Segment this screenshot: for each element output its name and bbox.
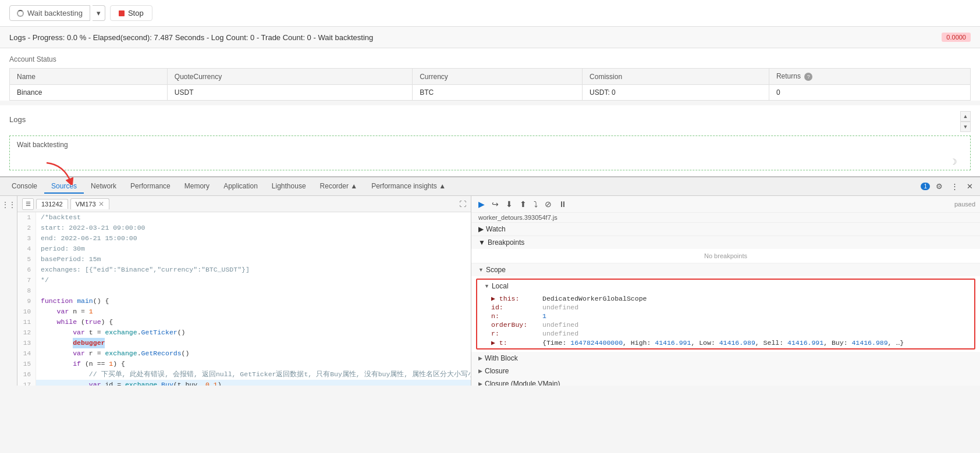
wait-dropdown-button[interactable]: ▾ (93, 5, 105, 21)
code-line-14: 14 var r = exchange.GetRecords() (17, 348, 471, 359)
tab-memory[interactable]: Memory (177, 180, 216, 194)
code-line-13: 13 debugger (17, 338, 471, 348)
wait-btn-label: Wait backtesting (27, 9, 83, 17)
code-line-1: 1 /*backtest (17, 212, 471, 223)
step-into-btn[interactable]: ⬇ (503, 198, 515, 210)
logs-title: Logs (9, 115, 26, 124)
breakpoints-arrow: ▼ (478, 238, 485, 247)
logs-section: Logs ▲ ▼ Wait backtesting ☽ (0, 105, 980, 176)
resume-btn[interactable]: ▶ (476, 198, 487, 210)
scope-main-header[interactable]: ▼ Scope (471, 263, 980, 276)
more-options-btn[interactable]: ⋮ (949, 181, 961, 192)
with-block-header[interactable]: ▶ With Block (471, 352, 980, 365)
file-tab-close-btn[interactable]: ✕ (98, 200, 104, 208)
step-btn[interactable]: ⤵ (531, 198, 540, 210)
deactivate-btn[interactable]: ⊘ (542, 198, 554, 210)
code-line-15: 15 if (n == 1) { (17, 359, 471, 369)
pause-on-exception-btn[interactable]: ⏸ (556, 198, 569, 210)
scroll-down-button[interactable]: ▼ (960, 122, 971, 132)
prop-id: id: undefined (477, 303, 974, 312)
col-returns: Returns ? (769, 69, 970, 85)
expand-icon[interactable]: ⛶ (459, 200, 466, 208)
col-comission: Comission (583, 69, 769, 85)
code-line-17: 17 var id = exchange.Buy(t.buy, 0.1) (17, 380, 471, 386)
stop-button[interactable]: Stop (110, 5, 152, 21)
stop-btn-label: Stop (128, 9, 144, 17)
scroll-controls: ▲ ▼ (960, 111, 971, 132)
closure-header[interactable]: ▶ Closure (471, 365, 980, 377)
devtools-left-panel: ⋮⋮ (0, 196, 17, 386)
local-label: Local (492, 282, 509, 290)
tab-console[interactable]: Console (5, 180, 44, 194)
code-line-10: 10 var n = 1 (17, 306, 471, 317)
prop-r: r: undefined (477, 329, 974, 338)
watch-section: ▶ Watch (471, 223, 980, 236)
tab-performance[interactable]: Performance (123, 180, 177, 194)
file-tab-131242[interactable]: 131242 (36, 199, 68, 209)
breakpoints-header[interactable]: ▼ Breakpoints (471, 236, 980, 249)
account-table: Name QuoteCurrency Currency Comission Re… (9, 68, 971, 101)
tab-lighthouse[interactable]: Lighthouse (265, 180, 313, 194)
no-breakpoints-text: No breakpoints (471, 249, 980, 263)
step-out-btn[interactable]: ⬆ (517, 198, 529, 210)
watch-header[interactable]: ▶ Watch (471, 223, 980, 236)
code-line-7: 7 */ (17, 275, 471, 286)
code-line-9: 9 function main() { (17, 296, 471, 306)
panel-side-icon1[interactable]: ⋮⋮ (2, 198, 15, 211)
with-block-label: With Block (485, 354, 518, 362)
file-tab-vm173[interactable]: VM173 ✕ (70, 198, 109, 209)
tab-performance-insights[interactable]: Performance insights ▲ (364, 180, 453, 194)
step-over-btn[interactable]: ↪ (489, 198, 501, 210)
stop-icon (119, 10, 125, 16)
scope-section: ▼ Scope ▼ Local ▶ this: DedicatedWorkerG… (471, 263, 980, 386)
file-tab-name: VM173 (76, 201, 96, 208)
badge-count: 1 (921, 183, 930, 190)
row-currency: BTC (413, 85, 583, 101)
prop-n: n: 1 (477, 312, 974, 320)
closure-module-label: Closure (Module.VMain) (485, 380, 560, 386)
scroll-up-button[interactable]: ▲ (960, 111, 971, 122)
tab-network[interactable]: Network (84, 180, 123, 194)
logs-wait-text: Wait backtesting (17, 141, 68, 149)
account-title: Account Status (9, 55, 971, 63)
table-row: Binance USDT BTC USDT: 0 0 (10, 85, 971, 101)
prop-this: ▶ this: DedicatedWorkerGlobalScope (477, 294, 974, 303)
closure-label: Closure (485, 367, 509, 375)
devtools-sources-pane: ☰ 131242 VM173 ✕ ⛶ 1 /*backtest 2 star (17, 196, 471, 386)
closure-module-header[interactable]: ▶ Closure (Module.VMain) (471, 377, 980, 386)
loading-icon (17, 10, 24, 17)
file-tabs: ☰ 131242 VM173 ✕ ⛶ (17, 196, 471, 212)
col-name: Name (10, 69, 168, 85)
account-section: Account Status Name QuoteCurrency Curren… (0, 48, 980, 101)
tab-application[interactable]: Application (216, 180, 265, 194)
prop-orderbuy: orderBuy: undefined (477, 320, 974, 329)
row-returns: 0 (769, 85, 970, 101)
code-line-11: 11 while (true) { (17, 317, 471, 327)
devtools-icons: 1 ⚙ ⋮ ✕ (921, 181, 975, 192)
close-devtools-btn[interactable]: ✕ (964, 181, 975, 192)
returns-help-icon[interactable]: ? (804, 73, 812, 81)
col-quote-currency: QuoteCurrency (167, 69, 412, 85)
code-line-5: 5 basePeriod: 15m (17, 254, 471, 265)
code-line-16: 16 // 下买单, 此处有错误, 会报错, 返回null, GetTicker… (17, 369, 471, 380)
prop-t: ▶ t: {Time: 1647824400000, High: 41416.9… (477, 338, 974, 347)
file-icon-btn[interactable]: ☰ (22, 198, 34, 210)
code-line-3: 3 end: 2022-06-21 15:00:00 (17, 233, 471, 244)
col-currency: Currency (413, 69, 583, 85)
logs-bar-value: 0.0000 (942, 33, 971, 42)
local-scope-content: ▶ this: DedicatedWorkerGlobalScope id: u… (477, 293, 974, 348)
code-line-4: 4 period: 30m (17, 244, 471, 254)
devtools-body: ⋮⋮ ☰ 131242 VM173 ✕ ⛶ 1 /*backtest (0, 196, 980, 386)
wait-backtesting-button[interactable]: Wait backtesting (9, 5, 90, 21)
tab-sources[interactable]: Sources (44, 180, 84, 194)
settings-icon-btn[interactable]: ⚙ (933, 181, 945, 192)
local-scope-header[interactable]: ▼ Local (477, 280, 974, 293)
logs-bar: Logs - Progress: 0.0 % - Elapsed(second)… (0, 27, 980, 48)
watch-arrow: ▶ (478, 225, 484, 233)
logs-content: Wait backtesting ☽ (9, 135, 971, 170)
row-name: Binance (10, 85, 168, 101)
code-area[interactable]: 1 /*backtest 2 start: 2022-03-21 09:00:0… (17, 212, 471, 386)
tab-recorder[interactable]: Recorder ▲ (313, 180, 365, 194)
code-line-2: 2 start: 2022-03-21 09:00:00 (17, 223, 471, 233)
debug-controls: ▶ ↪ ⬇ ⬆ ⤵ ⊘ ⏸ paused (471, 196, 980, 213)
